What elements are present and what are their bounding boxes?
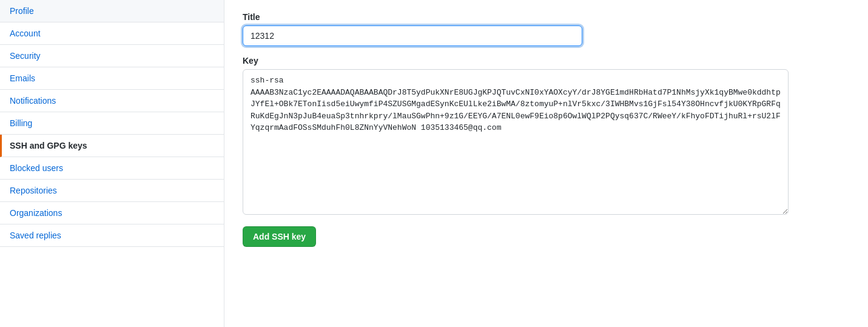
- sidebar-item-repositories[interactable]: Repositories: [0, 180, 224, 202]
- sidebar-item-emails[interactable]: Emails: [0, 67, 224, 90]
- sidebar-item-account[interactable]: Account: [0, 22, 224, 45]
- sidebar-item-blocked-users[interactable]: Blocked users: [0, 157, 224, 180]
- add-ssh-key-button[interactable]: Add SSH key: [243, 226, 316, 247]
- sidebar-item-ssh-gpg-keys[interactable]: SSH and GPG keys: [0, 135, 224, 157]
- sidebar: Profile Account Security Emails Notifica…: [0, 0, 224, 327]
- sidebar-item-security[interactable]: Security: [0, 45, 224, 67]
- sidebar-item-notifications[interactable]: Notifications: [0, 90, 224, 112]
- submit-group: Add SSH key: [243, 226, 850, 247]
- key-group: Key <span class="key-rsa">ssh-rsa</span>…: [243, 56, 850, 217]
- key-textarea[interactable]: <span class="key-rsa">ssh-rsa</span> AAA…: [243, 69, 789, 215]
- key-label: Key: [243, 56, 850, 66]
- sidebar-item-billing[interactable]: Billing: [0, 112, 224, 135]
- title-input[interactable]: [243, 25, 582, 46]
- main-content: Title Key <span class="key-rsa">ssh-rsa<…: [224, 0, 868, 327]
- sidebar-item-organizations[interactable]: Organizations: [0, 202, 224, 224]
- title-group: Title: [243, 12, 850, 46]
- key-textarea-container: <span class="key-rsa">ssh-rsa</span> AAA…: [243, 69, 789, 217]
- sidebar-item-saved-replies[interactable]: Saved replies: [0, 224, 224, 247]
- app-layout: Profile Account Security Emails Notifica…: [0, 0, 868, 327]
- sidebar-item-profile[interactable]: Profile: [0, 0, 224, 22]
- title-label: Title: [243, 12, 850, 22]
